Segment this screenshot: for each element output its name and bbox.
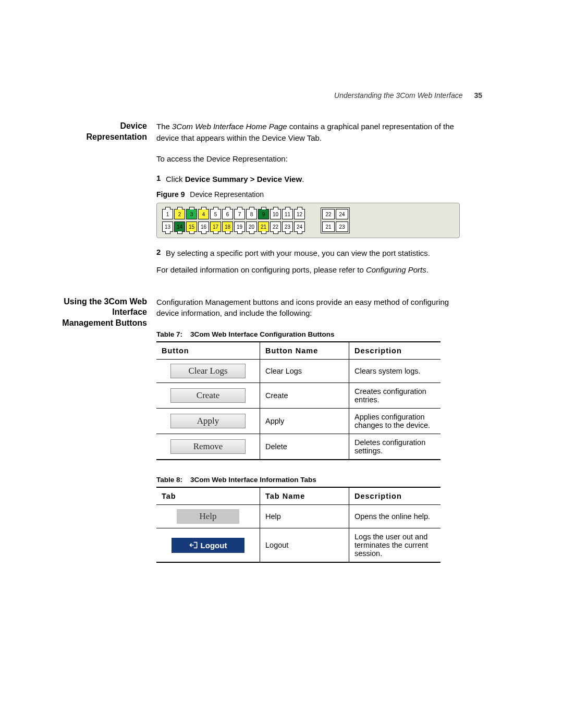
table-8-h1: Tab [156, 487, 260, 505]
aux-port-21[interactable]: 21 [322, 221, 335, 232]
port-10[interactable]: 10 [270, 209, 281, 219]
description-cell: Deletes configuration settings. [349, 434, 441, 460]
side-heading-management-buttons: Using the 3Com Web Interface Management … [0, 297, 156, 329]
table-row: CreateCreateCreates configuration entrie… [156, 383, 440, 409]
button-name-cell: Delete [260, 434, 349, 460]
button-name-cell: Create [260, 383, 349, 409]
running-title: Understanding the 3Com Web Interface [334, 91, 462, 100]
device-representation-graphic: 123456789101112 131415161718192021222324… [156, 203, 460, 238]
access-paragraph: To access the Device Representation: [156, 153, 469, 165]
mgmt-intro: Configuration Management buttons and ico… [156, 297, 469, 319]
remove-button[interactable]: Remove [170, 439, 246, 454]
port-14[interactable]: 14 [174, 221, 185, 232]
port-23[interactable]: 23 [282, 221, 293, 232]
figure-9-caption: Figure 9 Device Representation [156, 190, 469, 199]
description-cell: Logs the user out and terminates the cur… [349, 528, 441, 563]
page-number: 35 [474, 91, 482, 100]
port-17[interactable]: 17 [210, 221, 221, 232]
table-8-caption: Table 8: 3Com Web Interface Information … [156, 476, 469, 484]
port-9[interactable]: 9 [258, 209, 269, 219]
table-row: ApplyApplyApplies configuration changes … [156, 409, 440, 434]
port-11[interactable]: 11 [282, 209, 293, 219]
port-8[interactable]: 8 [246, 209, 257, 219]
button-name-cell: Apply [260, 409, 349, 434]
aux-port-23[interactable]: 23 [336, 221, 348, 232]
port-13[interactable]: 13 [162, 221, 173, 232]
table-8-h3: Description [349, 487, 441, 505]
tab-name-cell: Logout [260, 528, 349, 563]
table-8-h2: Tab Name [260, 487, 349, 505]
port-24[interactable]: 24 [294, 221, 305, 232]
table-row: Clear LogsClear LogsClears system logs. [156, 360, 440, 383]
port-18[interactable]: 18 [222, 221, 233, 232]
detail-paragraph: For detailed information on configuring … [156, 264, 469, 276]
side-heading-device-representation: Device Representation [0, 121, 156, 143]
logout-icon [189, 541, 198, 549]
port-4[interactable]: 4 [198, 209, 209, 219]
create-button[interactable]: Create [170, 388, 246, 403]
aux-port-24[interactable]: 24 [336, 209, 348, 219]
aux-port-block: 2224 2123 [321, 207, 350, 233]
port-3[interactable]: 3 [186, 209, 197, 219]
table-7-caption: Table 7: 3Com Web Interface Configuratio… [156, 330, 469, 338]
port-21[interactable]: 21 [258, 221, 269, 232]
step-2: 2 By selecting a specific port with your… [156, 248, 469, 259]
description-cell: Applies configuration changes to the dev… [349, 409, 441, 434]
port-2[interactable]: 2 [174, 209, 185, 219]
description-cell: Clears system logs. [349, 360, 441, 383]
aux-port-22[interactable]: 22 [322, 209, 335, 219]
port-12[interactable]: 12 [294, 209, 305, 219]
table-row: RemoveDeleteDeletes configuration settin… [156, 434, 440, 460]
button-name-cell: Clear Logs [260, 360, 349, 383]
port-19[interactable]: 19 [234, 221, 245, 232]
port-16[interactable]: 16 [198, 221, 209, 232]
port-7[interactable]: 7 [234, 209, 245, 219]
table-7-h1: Button [156, 342, 260, 360]
table-7: Button Button Name Description Clear Log… [156, 341, 440, 460]
port-6[interactable]: 6 [222, 209, 233, 219]
port-15[interactable]: 15 [186, 221, 197, 232]
intro-paragraph: The 3Com Web Interface Home Page contain… [156, 121, 469, 144]
port-20[interactable]: 20 [246, 221, 257, 232]
step-1: 1 Click Device Summary > Device View. [156, 174, 469, 185]
description-cell: Creates configuration entries. [349, 383, 441, 409]
table-7-h3: Description [349, 342, 441, 360]
clear-logs-button[interactable]: Clear Logs [170, 364, 246, 378]
table-row: LogoutLogoutLogs the user out and termin… [156, 528, 440, 563]
description-cell: Opens the online help. [349, 505, 441, 528]
port-22[interactable]: 22 [270, 221, 281, 232]
running-header: Understanding the 3Com Web Interface 35 [334, 91, 482, 100]
apply-button[interactable]: Apply [170, 414, 246, 428]
port-1[interactable]: 1 [162, 209, 173, 219]
table-7-h2: Button Name [260, 342, 349, 360]
logout-tab[interactable]: Logout [172, 538, 244, 553]
help-tab[interactable]: Help [177, 509, 239, 524]
port-5[interactable]: 5 [210, 209, 221, 219]
table-row: HelpHelpOpens the online help. [156, 505, 440, 528]
tab-name-cell: Help [260, 505, 349, 528]
table-8: Tab Tab Name Description HelpHelpOpens t… [156, 487, 440, 563]
